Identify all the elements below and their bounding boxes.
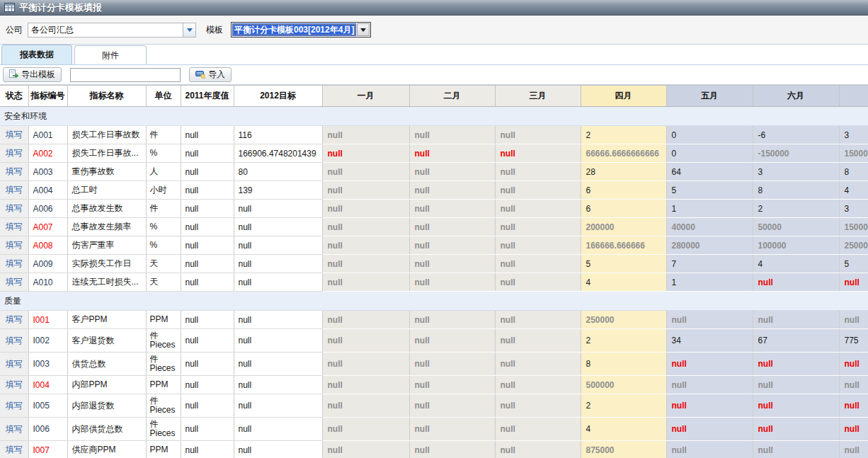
month-value-cell[interactable]: null [322, 181, 409, 200]
fill-link[interactable]: 填写 [6, 203, 23, 213]
month-value-cell[interactable]: 6 [581, 181, 666, 200]
month-value-cell[interactable]: 50000 [753, 218, 839, 236]
fill-link[interactable]: 填写 [6, 166, 23, 176]
month-value-cell[interactable]: 200000 [581, 218, 666, 236]
column-header-7[interactable]: 二月 [409, 86, 495, 107]
month-value-cell[interactable]: null [753, 376, 839, 394]
column-header-0[interactable]: 状态 [0, 86, 28, 107]
column-header-8[interactable]: 三月 [495, 86, 581, 107]
month-value-cell[interactable]: null [322, 200, 409, 218]
month-value-cell[interactable]: 5 [581, 255, 666, 273]
month-value-cell[interactable]: 15000 [839, 144, 868, 163]
month-value-cell[interactable]: null [495, 394, 581, 418]
month-value-cell[interactable]: null [666, 311, 753, 329]
column-header-2[interactable]: 指标名称 [67, 86, 146, 107]
month-value-cell[interactable]: null [409, 181, 495, 200]
fill-link[interactable]: 填写 [6, 130, 23, 139]
template-select[interactable]: 平衡计分卡模板003[2012年4月] [231, 22, 371, 38]
fill-link[interactable]: 填写 [6, 445, 23, 454]
month-value-cell[interactable]: null [753, 353, 839, 376]
month-value-cell[interactable]: -6 [753, 126, 839, 144]
column-header-11[interactable]: 六月 [753, 86, 839, 107]
fill-link[interactable]: 填写 [6, 314, 23, 324]
month-value-cell[interactable]: 28 [581, 163, 666, 181]
month-value-cell[interactable]: 6 [581, 200, 666, 218]
month-value-cell[interactable]: null [495, 144, 581, 163]
fill-link[interactable]: 填写 [6, 277, 23, 287]
month-value-cell[interactable]: null [409, 329, 495, 353]
month-value-cell[interactable]: null [666, 353, 753, 376]
month-value-cell[interactable]: null [322, 273, 409, 292]
month-value-cell[interactable]: null [322, 163, 409, 181]
month-value-cell[interactable]: 66666.6666666666 [581, 144, 666, 163]
column-header-1[interactable]: 指标编号 [28, 86, 67, 107]
month-value-cell[interactable]: 15000 [839, 218, 868, 236]
month-value-cell[interactable]: null [322, 255, 409, 273]
month-value-cell[interactable]: 4 [753, 255, 839, 273]
month-value-cell[interactable]: null [753, 273, 839, 292]
month-value-cell[interactable]: null [409, 376, 495, 394]
import-file-input[interactable] [70, 68, 181, 82]
month-value-cell[interactable]: 500000 [581, 376, 666, 394]
month-value-cell[interactable]: null [753, 441, 839, 458]
month-value-cell[interactable]: null [322, 376, 409, 394]
column-header-10[interactable]: 五月 [666, 86, 753, 107]
month-value-cell[interactable]: null [409, 126, 495, 144]
month-value-cell[interactable]: 3 [839, 200, 868, 218]
month-value-cell[interactable]: 7 [666, 255, 753, 273]
column-header-9[interactable]: 四月 [581, 86, 666, 107]
fill-link[interactable]: 填写 [6, 359, 23, 369]
month-value-cell[interactable]: 5 [666, 181, 753, 200]
month-value-cell[interactable]: null [495, 376, 581, 394]
month-value-cell[interactable]: 3 [839, 126, 868, 144]
month-value-cell[interactable]: null [495, 329, 581, 353]
month-value-cell[interactable]: 4 [581, 418, 666, 441]
month-value-cell[interactable]: null [495, 163, 581, 181]
column-header-3[interactable]: 单位 [146, 86, 181, 107]
column-header-5[interactable]: 2012目标 [234, 86, 322, 107]
month-value-cell[interactable]: null [495, 236, 581, 255]
month-value-cell[interactable]: null [666, 441, 753, 458]
month-value-cell[interactable]: null [753, 418, 839, 441]
month-value-cell[interactable]: 8 [581, 353, 666, 376]
month-value-cell[interactable]: 2 [581, 329, 666, 353]
month-value-cell[interactable]: null [495, 255, 581, 273]
month-value-cell[interactable]: 5 [839, 255, 868, 273]
month-value-cell[interactable]: null [495, 218, 581, 236]
month-value-cell[interactable]: null [409, 163, 495, 181]
month-value-cell[interactable]: null [322, 329, 409, 353]
export-template-button[interactable]: 导出模板 [3, 67, 62, 82]
month-value-cell[interactable]: null [839, 394, 868, 418]
month-value-cell[interactable]: null [839, 353, 868, 376]
month-value-cell[interactable]: 875000 [581, 441, 666, 458]
month-value-cell[interactable]: null [495, 441, 581, 458]
month-value-cell[interactable]: null [322, 394, 409, 418]
month-value-cell[interactable]: null [495, 273, 581, 292]
fill-link[interactable]: 填写 [6, 258, 23, 268]
month-value-cell[interactable]: null [839, 376, 868, 394]
month-value-cell[interactable]: null [839, 441, 868, 458]
column-header-6[interactable]: 一月 [322, 86, 409, 107]
month-value-cell[interactable]: null [322, 418, 409, 441]
month-value-cell[interactable]: null [753, 394, 839, 418]
month-value-cell[interactable]: 0 [666, 144, 753, 163]
month-value-cell[interactable]: 2 [753, 200, 839, 218]
month-value-cell[interactable]: 40000 [666, 218, 753, 236]
fill-link[interactable]: 填写 [6, 379, 23, 389]
column-header-4[interactable]: 2011年度值 [181, 86, 234, 107]
fill-link[interactable]: 填写 [6, 401, 23, 411]
month-value-cell[interactable]: null [322, 311, 409, 329]
month-value-cell[interactable]: null [495, 200, 581, 218]
month-value-cell[interactable]: 34 [666, 329, 753, 353]
import-button[interactable]: 导入 [189, 67, 232, 82]
month-value-cell[interactable]: null [322, 441, 409, 458]
month-value-cell[interactable]: null [322, 353, 409, 376]
column-header-12[interactable] [839, 86, 868, 107]
month-value-cell[interactable]: 250000 [581, 311, 666, 329]
chevron-down-icon[interactable] [183, 23, 195, 37]
month-value-cell[interactable]: null [753, 311, 839, 329]
month-value-cell[interactable]: null [409, 418, 495, 441]
tab-attachments[interactable]: 附件 [74, 45, 147, 64]
month-value-cell[interactable]: null [495, 126, 581, 144]
fill-link[interactable]: 填写 [6, 424, 23, 434]
